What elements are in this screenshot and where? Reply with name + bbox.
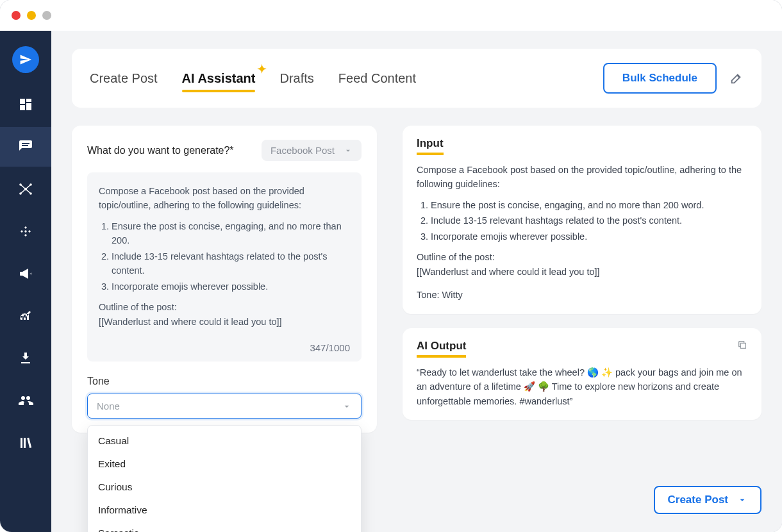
outline-label: Outline of the post: [99,300,350,314]
sidebar-item-network[interactable] [0,169,51,209]
tab-feed-content[interactable]: Feed Content [338,71,416,86]
prompt-item: Include 13-15 relevant hashtags related … [112,249,350,278]
right-column: Input Compose a Facebook post based on t… [403,126,761,420]
input-item: Include 13-15 relevant hashtags related … [431,213,747,228]
sidebar-item-campaigns[interactable] [0,254,51,294]
input-heading: Input [417,137,444,155]
input-panel: Input Compose a Facebook post based on t… [403,126,761,314]
tone-dropdown: Casual Exited Curious Informative Sarcas… [87,425,362,532]
target-icon [18,224,33,239]
chat-icon [18,139,33,154]
main-content: Create Post AI Assistant ✦ Drafts Feed C… [51,31,782,532]
svg-point-5 [24,230,26,232]
create-post-button[interactable]: Create Post [654,486,761,514]
output-heading: AI Output [417,340,466,358]
sidebar-item-target[interactable] [0,212,51,251]
prompt-item: Ensure the post is concise, engaging, an… [112,219,350,248]
tab-drafts[interactable]: Drafts [279,71,313,86]
tab-ai-assistant[interactable]: AI Assistant ✦ [182,71,256,86]
generate-label: What do you want to generate?* [87,145,234,156]
analytics-icon [18,308,33,324]
window-controls [12,11,51,20]
maximize-window-icon[interactable] [42,11,51,20]
edit-icon[interactable] [729,71,744,85]
left-column: What do you want to generate?* Facebook … [72,126,377,433]
tone-option-sarcastic[interactable]: Sarcastic [88,522,361,532]
sidebar-item-inbox[interactable] [0,338,51,378]
prompt-item: Incorporate emojis wherever possible. [112,279,350,294]
tab-bar: Create Post AI Assistant ✦ Drafts Feed C… [90,71,416,86]
app-logo[interactable] [0,37,51,82]
top-card: Create Post AI Assistant ✦ Drafts Feed C… [72,49,761,108]
prompt-textarea[interactable]: Compose a Facebook post based on the pro… [87,172,362,362]
output-panel: AI Output “Ready to let wanderlust take … [403,328,761,420]
sidebar-item-team[interactable] [0,381,51,420]
sidebar-item-library[interactable] [0,423,51,463]
prompt-list: Ensure the post is concise, engaging, an… [99,219,350,294]
library-icon [18,435,33,451]
prompt-intro: Compose a Facebook post based on the pro… [99,184,350,213]
tone-select[interactable]: None [87,394,362,419]
copy-icon[interactable] [737,340,747,350]
paper-plane-icon [19,53,32,66]
tone-option-informative[interactable]: Informative [88,499,361,522]
grid-icon [18,97,33,112]
output-text: “Ready to let wanderlust take the wheel?… [417,365,747,408]
tab-label: AI Assistant [182,71,256,85]
input-outline-label: Outline of the post: [417,250,747,264]
tone-placeholder: None [97,401,120,411]
sidebar-item-analytics[interactable] [0,296,51,336]
titlebar [0,0,782,31]
tone-option-exited[interactable]: Exited [88,453,361,476]
input-intro: Compose a Facebook post based on the pro… [417,163,747,192]
char-counter: 347/1000 [99,340,350,355]
sidebar-item-posts[interactable] [0,127,51,167]
columns: What do you want to generate?* Facebook … [72,126,761,433]
tone-label: Tone [87,376,362,387]
input-item: Ensure the post is concise, engaging, an… [431,198,747,212]
input-item: Incorporate emojis wherever possible. [431,229,747,244]
sidebar-item-dashboard[interactable] [0,85,51,124]
team-icon [18,393,33,408]
app-window: Create Post AI Assistant ✦ Drafts Feed C… [0,0,782,532]
create-post-label: Create Post [668,494,728,506]
tone-option-casual[interactable]: Casual [88,429,361,453]
network-icon [18,181,33,197]
chevron-down-icon [344,146,353,155]
sparkle-icon: ✦ [257,62,267,76]
input-list: Ensure the post is concise, engaging, an… [417,198,747,244]
post-type-select[interactable]: Facebook Post [262,140,362,161]
app-body: Create Post AI Assistant ✦ Drafts Feed C… [0,31,782,532]
minimize-window-icon[interactable] [27,11,36,20]
close-window-icon[interactable] [12,11,21,20]
chevron-down-icon [737,495,747,505]
input-outline-value: [[Wanderlust and where could it lead you… [417,265,747,279]
generator-panel: What do you want to generate?* Facebook … [72,126,377,433]
bulk-schedule-button[interactable]: Bulk Schedule [603,63,717,94]
tone-option-curious[interactable]: Curious [88,476,361,499]
chevron-down-icon [342,401,352,411]
inbox-download-icon [18,351,33,366]
tab-create-post[interactable]: Create Post [90,71,158,86]
megaphone-icon [18,266,33,281]
input-tone-line: Tone: Witty [417,288,747,302]
sidebar [0,31,51,532]
top-actions: Bulk Schedule [603,63,744,94]
post-type-value: Facebook Post [270,145,335,156]
outline-value: [[Wanderlust and where could it lead you… [99,315,350,329]
